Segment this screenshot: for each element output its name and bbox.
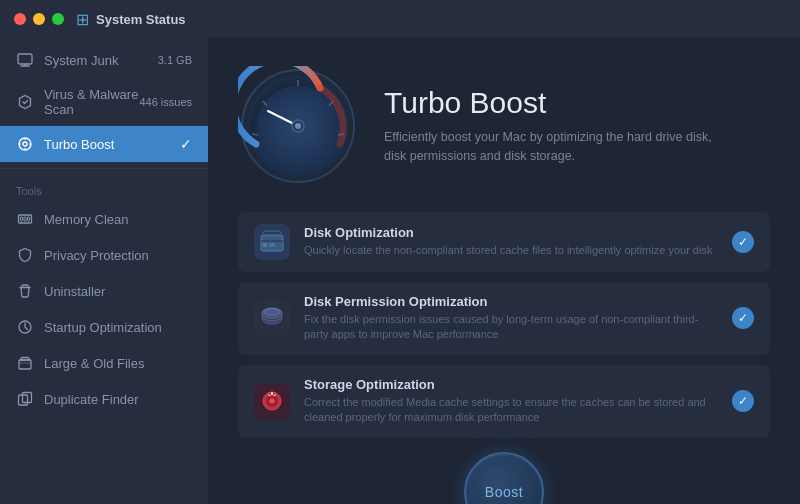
boost-button-container: Boost [238, 452, 770, 504]
svg-line-23 [338, 134, 344, 135]
sidebar-item-uninstaller[interactable]: Uninstaller [0, 273, 208, 309]
svg-rect-30 [269, 243, 275, 247]
sidebar-divider [0, 168, 208, 169]
app-icon: ⊞ [76, 10, 89, 29]
content-header: Turbo Boost Efficiently boost your Mac b… [238, 66, 770, 186]
storage-opt-desc: Correct the modified Media cache setting… [304, 395, 718, 426]
svg-point-4 [23, 142, 27, 146]
content-area: Turbo Boost Efficiently boost your Mac b… [208, 38, 800, 504]
traffic-lights [14, 13, 64, 25]
main-layout: System Junk 3.1 GB Virus & Malware Scan … [0, 38, 800, 504]
feature-item-disk-optimization: Disk Optimization Quickly locate the non… [238, 212, 770, 272]
svg-rect-29 [263, 243, 267, 247]
disk-perm-text: Disk Permission Optimization Fix the dis… [304, 294, 718, 343]
storage-opt-text: Storage Optimization Correct the modifie… [304, 377, 718, 426]
memory-clean-label: Memory Clean [44, 212, 192, 227]
tools-section-label: Tools [0, 175, 208, 201]
duplicate-finder-label: Duplicate Finder [44, 392, 192, 407]
gauge-widget [238, 66, 358, 186]
feature-item-storage-opt: Storage Optimization Correct the modifie… [238, 365, 770, 438]
sidebar-item-large-files[interactable]: Large & Old Files [0, 345, 208, 381]
header-text: Turbo Boost Efficiently boost your Mac b… [384, 86, 770, 166]
fullscreen-button[interactable] [52, 13, 64, 25]
close-button[interactable] [14, 13, 26, 25]
uninstaller-icon [16, 282, 34, 300]
svg-rect-11 [24, 217, 26, 221]
system-junk-badge: 3.1 GB [158, 54, 192, 66]
disk-perm-icon-wrap [254, 300, 290, 336]
app-title: System Status [96, 12, 186, 27]
disk-opt-icon [254, 224, 290, 260]
disk-perm-check: ✓ [732, 307, 754, 329]
sidebar-item-duplicate-finder[interactable]: Duplicate Finder [0, 381, 208, 417]
sidebar-item-startup-optimization[interactable]: Startup Optimization [0, 309, 208, 345]
sidebar-item-privacy-protection[interactable]: Privacy Protection [0, 237, 208, 273]
svg-line-21 [252, 134, 258, 135]
memory-clean-icon [16, 210, 34, 228]
startup-icon [16, 318, 34, 336]
svg-point-37 [270, 399, 275, 404]
disk-perm-title: Disk Permission Optimization [304, 294, 718, 309]
storage-opt-check: ✓ [732, 390, 754, 412]
storage-opt-icon [254, 383, 290, 419]
system-junk-icon [16, 51, 34, 69]
large-files-label: Large & Old Files [44, 356, 192, 371]
storage-opt-icon-wrap [254, 383, 290, 419]
header-desc: Efficiently boost your Mac by optimizing… [384, 128, 724, 166]
virus-badge: 446 issues [139, 96, 192, 108]
sidebar-item-virus-malware[interactable]: Virus & Malware Scan 446 issues [0, 78, 208, 126]
svg-rect-14 [19, 360, 31, 369]
sidebar-item-system-junk[interactable]: System Junk 3.1 GB [0, 42, 208, 78]
privacy-icon [16, 246, 34, 264]
large-files-icon [16, 354, 34, 372]
feature-item-disk-permission: Disk Permission Optimization Fix the dis… [238, 282, 770, 355]
sidebar: System Junk 3.1 GB Virus & Malware Scan … [0, 38, 208, 504]
privacy-label: Privacy Protection [44, 248, 192, 263]
virus-label: Virus & Malware Scan [44, 87, 139, 117]
disk-opt-check: ✓ [732, 231, 754, 253]
feature-list: Disk Optimization Quickly locate the non… [238, 212, 770, 438]
system-junk-label: System Junk [44, 53, 158, 68]
disk-opt-icon-wrap [254, 224, 290, 260]
svg-rect-0 [18, 54, 32, 64]
virus-icon [16, 93, 34, 111]
disk-perm-icon [254, 300, 290, 336]
disk-perm-desc: Fix the disk permission issues caused by… [304, 312, 718, 343]
title-bar: ⊞ System Status [0, 0, 800, 38]
boost-button[interactable]: Boost [464, 452, 544, 504]
header-title: Turbo Boost [384, 86, 770, 120]
svg-rect-12 [28, 217, 30, 221]
sidebar-item-turbo-boost[interactable]: Turbo Boost ✓ [0, 126, 208, 162]
turbo-boost-label: Turbo Boost [44, 137, 180, 152]
uninstaller-label: Uninstaller [44, 284, 192, 299]
duplicate-icon [16, 390, 34, 408]
turbo-boost-check: ✓ [180, 136, 192, 152]
svg-point-26 [295, 123, 301, 129]
disk-opt-desc: Quickly locate the non-compliant stored … [304, 243, 718, 258]
sidebar-item-memory-clean[interactable]: Memory Clean [0, 201, 208, 237]
startup-label: Startup Optimization [44, 320, 192, 335]
disk-opt-text: Disk Optimization Quickly locate the non… [304, 225, 718, 258]
svg-point-34 [264, 309, 280, 316]
minimize-button[interactable] [33, 13, 45, 25]
svg-rect-10 [21, 217, 23, 221]
turbo-boost-icon [16, 135, 34, 153]
storage-opt-title: Storage Optimization [304, 377, 718, 392]
disk-opt-title: Disk Optimization [304, 225, 718, 240]
